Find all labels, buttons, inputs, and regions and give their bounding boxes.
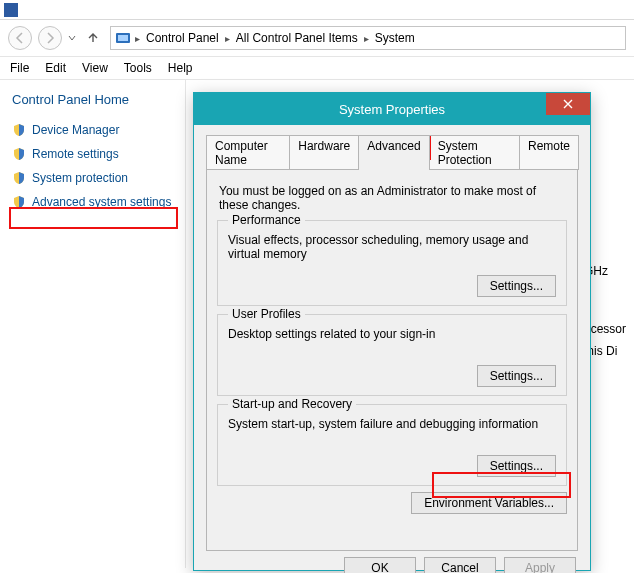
dialog-body: Computer Name Hardware Advanced System P… bbox=[194, 125, 590, 570]
tab-advanced[interactable]: Advanced bbox=[358, 135, 429, 170]
user-profiles-settings-button[interactable]: Settings... bbox=[477, 365, 556, 387]
close-button[interactable] bbox=[546, 93, 590, 115]
dialog-titlebar[interactable]: System Properties bbox=[194, 93, 590, 125]
tab-system-protection[interactable]: System Protection bbox=[429, 135, 520, 170]
ok-button[interactable]: OK bbox=[344, 557, 416, 573]
chevron-down-icon[interactable] bbox=[68, 34, 76, 42]
startup-recovery-settings-button[interactable]: Settings... bbox=[477, 455, 556, 477]
shield-icon bbox=[12, 195, 26, 209]
menu-bar: File Edit View Tools Help bbox=[0, 57, 634, 80]
system-properties-dialog: System Properties Computer Name Hardware… bbox=[193, 92, 591, 571]
performance-settings-button[interactable]: Settings... bbox=[477, 275, 556, 297]
legend-startup-recovery: Start-up and Recovery bbox=[228, 397, 356, 411]
menu-edit[interactable]: Edit bbox=[45, 61, 66, 75]
shield-icon bbox=[12, 123, 26, 137]
sidebar-item-label: System protection bbox=[32, 171, 128, 185]
menu-tools[interactable]: Tools bbox=[124, 61, 152, 75]
window-title-strip bbox=[0, 0, 634, 20]
desc-user-profiles: Desktop settings related to your sign-in bbox=[228, 327, 556, 341]
sidebar-item-system-protection[interactable]: System protection bbox=[12, 171, 173, 185]
menu-view[interactable]: View bbox=[82, 61, 108, 75]
desc-startup-recovery: System start-up, system failure and debu… bbox=[228, 417, 556, 431]
breadcrumb-all-items[interactable]: All Control Panel Items bbox=[234, 31, 360, 45]
tab-strip: Computer Name Hardware Advanced System P… bbox=[206, 135, 578, 170]
back-button[interactable] bbox=[8, 26, 32, 50]
svg-rect-1 bbox=[118, 35, 128, 41]
chevron-right-icon: ▸ bbox=[133, 33, 142, 44]
arrow-left-icon bbox=[14, 32, 26, 44]
sidebar-item-advanced-system-settings[interactable]: Advanced system settings bbox=[12, 195, 173, 209]
navigation-bar: ▸ Control Panel ▸ All Control Panel Item… bbox=[0, 20, 634, 57]
environment-variables-button[interactable]: Environment Variables... bbox=[411, 492, 567, 514]
tab-panel-advanced: You must be logged on as an Administrato… bbox=[206, 169, 578, 551]
up-button[interactable] bbox=[82, 27, 104, 49]
shield-icon bbox=[12, 171, 26, 185]
sidebar-title[interactable]: Control Panel Home bbox=[12, 92, 173, 107]
tab-hardware[interactable]: Hardware bbox=[289, 135, 359, 170]
cancel-button[interactable]: Cancel bbox=[424, 557, 496, 573]
sidebar-item-label: Remote settings bbox=[32, 147, 119, 161]
arrow-up-icon bbox=[86, 31, 100, 45]
breadcrumb-control-panel[interactable]: Control Panel bbox=[144, 31, 221, 45]
menu-help[interactable]: Help bbox=[168, 61, 193, 75]
fieldset-user-profiles: User Profiles Desktop settings related t… bbox=[217, 314, 567, 396]
window-icon bbox=[4, 3, 18, 17]
shield-icon bbox=[12, 147, 26, 161]
sidebar-item-label: Advanced system settings bbox=[32, 195, 171, 209]
menu-file[interactable]: File bbox=[10, 61, 29, 75]
fieldset-performance: Performance Visual effects, processor sc… bbox=[217, 220, 567, 306]
sidebar-item-remote-settings[interactable]: Remote settings bbox=[12, 147, 173, 161]
admin-note: You must be logged on as an Administrato… bbox=[219, 184, 567, 212]
control-panel-icon bbox=[115, 30, 131, 46]
dialog-button-row: OK Cancel Apply bbox=[206, 557, 578, 573]
legend-user-profiles: User Profiles bbox=[228, 307, 305, 321]
tab-remote[interactable]: Remote bbox=[519, 135, 579, 170]
sidebar-item-device-manager[interactable]: Device Manager bbox=[12, 123, 173, 137]
desc-performance: Visual effects, processor scheduling, me… bbox=[228, 233, 556, 261]
chevron-right-icon: ▸ bbox=[362, 33, 371, 44]
address-bar[interactable]: ▸ Control Panel ▸ All Control Panel Item… bbox=[110, 26, 626, 50]
tab-computer-name[interactable]: Computer Name bbox=[206, 135, 290, 170]
arrow-right-icon bbox=[44, 32, 56, 44]
apply-button[interactable]: Apply bbox=[504, 557, 576, 573]
sidebar-item-label: Device Manager bbox=[32, 123, 119, 137]
dialog-title: System Properties bbox=[339, 102, 445, 117]
legend-performance: Performance bbox=[228, 213, 305, 227]
fieldset-startup-recovery: Start-up and Recovery System start-up, s… bbox=[217, 404, 567, 486]
sidebar: Control Panel Home Device Manager Remote… bbox=[0, 80, 185, 568]
close-icon bbox=[563, 99, 573, 109]
chevron-right-icon: ▸ bbox=[223, 33, 232, 44]
forward-button[interactable] bbox=[38, 26, 62, 50]
breadcrumb-system[interactable]: System bbox=[373, 31, 417, 45]
